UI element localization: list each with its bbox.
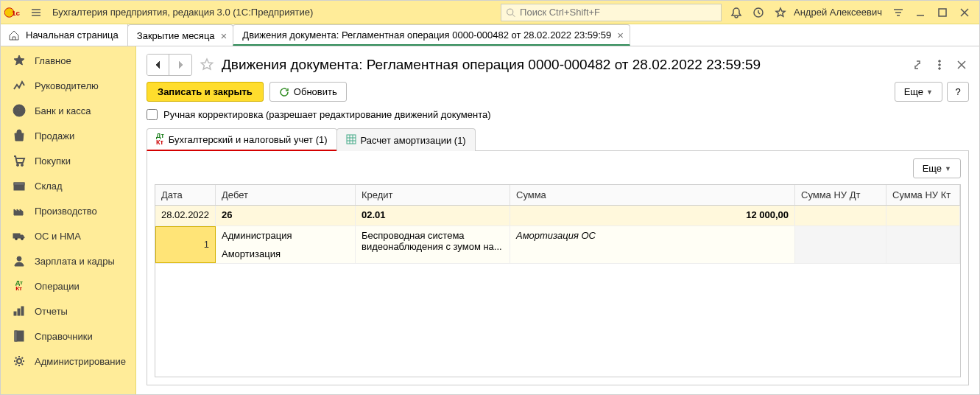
svg-rect-10	[14, 183, 24, 185]
cell-text: Беспроводная система видеонаблюдения с з…	[362, 230, 502, 252]
svg-point-12	[15, 238, 18, 240]
more-label: Еще	[904, 86, 923, 97]
kebab-icon[interactable]	[932, 57, 947, 72]
sidebar-item-main[interactable]: Главное	[1, 48, 135, 73]
sidebar-item-reports[interactable]: Отчеты	[1, 298, 135, 324]
sidebar-item-sales[interactable]: Продажи	[1, 123, 135, 148]
tab-label: Движения документа: Регламентная операци…	[242, 29, 611, 41]
sidebar-item-label: ОС и НМА	[35, 231, 81, 242]
ruble-icon: ₽	[11, 104, 27, 117]
svg-point-14	[17, 256, 21, 261]
refresh-icon	[279, 87, 289, 97]
close-icon[interactable]: ×	[221, 30, 228, 41]
tab-document-moves[interactable]: Движения документа: Регламентная операци…	[233, 24, 630, 46]
minimize-icon[interactable]	[910, 2, 931, 23]
close-icon[interactable]: ×	[617, 29, 624, 41]
svg-point-8	[21, 164, 24, 167]
tab-label: Закрытие месяца	[137, 30, 215, 41]
grid-header-row: Дата Дебет Кредит Сумма Сумма НУ Дт Сумм…	[155, 185, 960, 206]
data-grid: Дата Дебет Кредит Сумма Сумма НУ Дт Сумм…	[155, 184, 961, 377]
sidebar-item-label: Руководителю	[35, 80, 99, 91]
col-header-nudt[interactable]: Сумма НУ Дт	[795, 185, 886, 205]
more-button[interactable]: Еще	[895, 82, 942, 102]
col-header-sum[interactable]: Сумма	[510, 185, 795, 205]
cell-nudt	[795, 226, 886, 263]
col-header-date[interactable]: Дата	[155, 185, 216, 205]
col-header-debet[interactable]: Дебет	[216, 185, 356, 205]
sidebar-item-warehouse[interactable]: Склад	[1, 173, 135, 198]
history-icon[interactable]	[748, 2, 769, 23]
pane-more-button[interactable]: Еще	[913, 158, 961, 178]
table-row[interactable]: 1 Администрация Амортизация Беспроводная…	[155, 226, 960, 264]
sidebar-item-manager[interactable]: Руководителю	[1, 73, 135, 98]
sidebar-item-salary[interactable]: Зарплата и кадры	[1, 248, 135, 273]
col-header-kredit[interactable]: Кредит	[356, 185, 510, 205]
cell-sum-detail: Амортизация ОС	[510, 226, 795, 263]
svg-text:1c: 1c	[12, 8, 20, 16]
username[interactable]: Андрей Алексеевич	[792, 7, 886, 18]
link-icon[interactable]	[910, 57, 925, 72]
sidebar-item-bank[interactable]: ₽Банк и касса	[1, 98, 135, 123]
refresh-button[interactable]: Обновить	[269, 82, 347, 102]
sidebar-item-admin[interactable]: Администрирование	[1, 349, 135, 374]
table-row[interactable]: 28.02.2022 26 02.01 12 000,00	[155, 206, 960, 226]
sidebar-item-production[interactable]: Производство	[1, 198, 135, 223]
sidebar-item-references[interactable]: Справочники	[1, 324, 135, 349]
close-window-icon[interactable]	[954, 2, 975, 23]
svg-rect-19	[15, 331, 17, 341]
content: Движения документа: Регламентная операци…	[136, 46, 979, 395]
search-box[interactable]	[501, 4, 722, 21]
bell-icon[interactable]	[726, 2, 747, 23]
save-close-button[interactable]: Записать и закрыть	[147, 82, 264, 102]
filter-icon[interactable]	[888, 2, 909, 23]
help-button[interactable]: ?	[947, 82, 969, 102]
sidebar-item-assets[interactable]: ОС и НМА	[1, 223, 135, 248]
cell-sum: 12 000,00	[510, 206, 795, 226]
inner-tab-label: Расчет амортизации (1)	[361, 135, 466, 146]
svg-point-7	[17, 164, 19, 167]
svg-point-20	[17, 359, 21, 363]
svg-rect-17	[21, 307, 24, 315]
tab-closing-month[interactable]: Закрытие месяца ×	[127, 24, 234, 46]
svg-point-13	[21, 238, 24, 240]
menu-icon[interactable]	[24, 1, 48, 24]
close-page-icon[interactable]	[954, 57, 969, 72]
maximize-icon[interactable]	[932, 2, 953, 23]
star-icon[interactable]	[770, 2, 791, 23]
nav-back-button[interactable]	[147, 55, 169, 75]
search-icon	[506, 7, 515, 18]
titlebar: 1c Бухгалтерия предприятия, редакция 3.0…	[1, 1, 979, 24]
chart-icon	[11, 79, 27, 92]
sidebar-item-label: Покупки	[35, 155, 71, 167]
cart-icon	[11, 154, 27, 167]
sidebar-item-operations[interactable]: ДтКтОперации	[1, 273, 135, 298]
manual-edit-checkbox[interactable]	[147, 109, 158, 120]
sidebar-item-purchases[interactable]: Покупки	[1, 148, 135, 173]
search-input[interactable]	[520, 7, 716, 18]
cell-debet-detail: Администрация Амортизация	[216, 226, 356, 263]
sidebar-item-label: Продажи	[35, 130, 74, 141]
truck-icon	[11, 229, 27, 242]
book-icon	[11, 329, 27, 343]
col-header-nukt[interactable]: Сумма НУ Кт	[886, 185, 960, 205]
tab-home[interactable]: Начальная страница	[1, 24, 128, 46]
grid-icon	[346, 134, 356, 147]
gear-icon	[11, 354, 27, 368]
svg-rect-24	[347, 135, 356, 144]
cell-rownum: 1	[155, 226, 216, 263]
cell-nukt	[886, 226, 960, 263]
factory-icon	[11, 204, 27, 217]
svg-text:₽: ₽	[16, 106, 21, 115]
sidebar-item-label: Производство	[35, 206, 97, 217]
favorite-button[interactable]	[197, 55, 217, 75]
cell-debet: 26	[216, 206, 356, 226]
inner-tab-accounting[interactable]: ДтКт Бухгалтерский и налоговый учет (1)	[147, 128, 337, 151]
tab-pane: Еще Дата Дебет Кредит Сумма Сумма НУ Дт …	[147, 151, 969, 385]
more-label: Еще	[923, 163, 942, 174]
inner-tab-depreciation[interactable]: Расчет амортизации (1)	[336, 128, 476, 151]
sidebar-item-label: Главное	[35, 55, 71, 66]
nav-forward-button[interactable]	[169, 55, 191, 75]
cell-nudt	[795, 206, 886, 226]
manual-edit-label: Ручная корректировка (разрешает редактир…	[163, 109, 491, 120]
box-icon	[11, 179, 27, 192]
